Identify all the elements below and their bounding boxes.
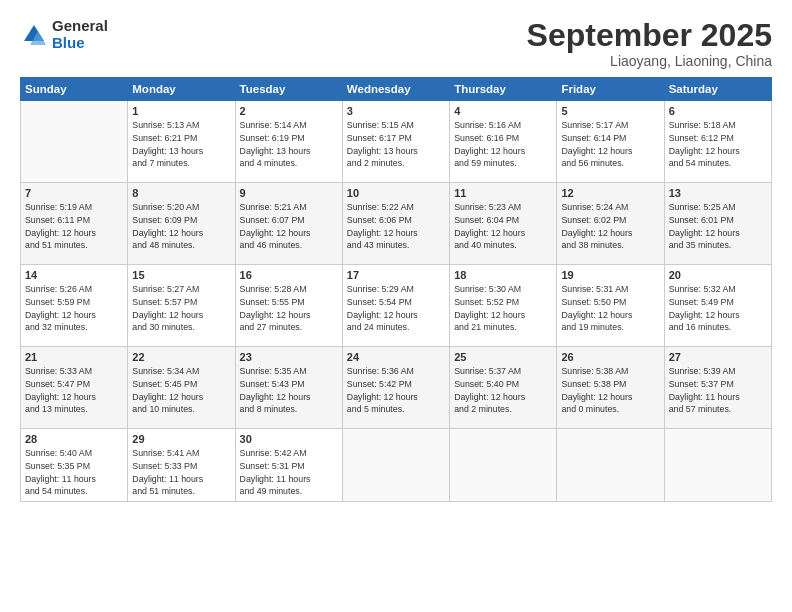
calendar-cell: 2Sunrise: 5:14 AMSunset: 6:19 PMDaylight… bbox=[235, 101, 342, 183]
calendar-cell: 29Sunrise: 5:41 AMSunset: 5:33 PMDayligh… bbox=[128, 429, 235, 502]
calendar-cell: 24Sunrise: 5:36 AMSunset: 5:42 PMDayligh… bbox=[342, 347, 449, 429]
day-info: Sunrise: 5:13 AMSunset: 6:21 PMDaylight:… bbox=[132, 119, 230, 170]
week-row-2: 14Sunrise: 5:26 AMSunset: 5:59 PMDayligh… bbox=[21, 265, 772, 347]
day-number: 10 bbox=[347, 187, 445, 199]
calendar-cell: 11Sunrise: 5:23 AMSunset: 6:04 PMDayligh… bbox=[450, 183, 557, 265]
day-header-sunday: Sunday bbox=[21, 78, 128, 101]
day-number: 19 bbox=[561, 269, 659, 281]
day-info: Sunrise: 5:26 AMSunset: 5:59 PMDaylight:… bbox=[25, 283, 123, 334]
day-info: Sunrise: 5:32 AMSunset: 5:49 PMDaylight:… bbox=[669, 283, 767, 334]
location-subtitle: Liaoyang, Liaoning, China bbox=[527, 53, 772, 69]
day-info: Sunrise: 5:18 AMSunset: 6:12 PMDaylight:… bbox=[669, 119, 767, 170]
header-row: SundayMondayTuesdayWednesdayThursdayFrid… bbox=[21, 78, 772, 101]
day-info: Sunrise: 5:28 AMSunset: 5:55 PMDaylight:… bbox=[240, 283, 338, 334]
calendar-cell bbox=[342, 429, 449, 502]
day-number: 28 bbox=[25, 433, 123, 445]
day-number: 16 bbox=[240, 269, 338, 281]
day-number: 17 bbox=[347, 269, 445, 281]
calendar-cell: 16Sunrise: 5:28 AMSunset: 5:55 PMDayligh… bbox=[235, 265, 342, 347]
day-info: Sunrise: 5:15 AMSunset: 6:17 PMDaylight:… bbox=[347, 119, 445, 170]
day-info: Sunrise: 5:39 AMSunset: 5:37 PMDaylight:… bbox=[669, 365, 767, 416]
page: General Blue September 2025 Liaoyang, Li… bbox=[0, 0, 792, 612]
day-info: Sunrise: 5:24 AMSunset: 6:02 PMDaylight:… bbox=[561, 201, 659, 252]
day-number: 30 bbox=[240, 433, 338, 445]
calendar-cell: 22Sunrise: 5:34 AMSunset: 5:45 PMDayligh… bbox=[128, 347, 235, 429]
day-header-thursday: Thursday bbox=[450, 78, 557, 101]
week-row-4: 28Sunrise: 5:40 AMSunset: 5:35 PMDayligh… bbox=[21, 429, 772, 502]
day-header-saturday: Saturday bbox=[664, 78, 771, 101]
day-header-wednesday: Wednesday bbox=[342, 78, 449, 101]
calendar-cell: 17Sunrise: 5:29 AMSunset: 5:54 PMDayligh… bbox=[342, 265, 449, 347]
day-info: Sunrise: 5:25 AMSunset: 6:01 PMDaylight:… bbox=[669, 201, 767, 252]
day-number: 23 bbox=[240, 351, 338, 363]
day-info: Sunrise: 5:30 AMSunset: 5:52 PMDaylight:… bbox=[454, 283, 552, 334]
day-number: 26 bbox=[561, 351, 659, 363]
calendar-cell: 6Sunrise: 5:18 AMSunset: 6:12 PMDaylight… bbox=[664, 101, 771, 183]
day-info: Sunrise: 5:20 AMSunset: 6:09 PMDaylight:… bbox=[132, 201, 230, 252]
day-info: Sunrise: 5:40 AMSunset: 5:35 PMDaylight:… bbox=[25, 447, 123, 498]
day-info: Sunrise: 5:31 AMSunset: 5:50 PMDaylight:… bbox=[561, 283, 659, 334]
day-number: 7 bbox=[25, 187, 123, 199]
header: General Blue September 2025 Liaoyang, Li… bbox=[20, 18, 772, 69]
day-info: Sunrise: 5:42 AMSunset: 5:31 PMDaylight:… bbox=[240, 447, 338, 498]
day-info: Sunrise: 5:38 AMSunset: 5:38 PMDaylight:… bbox=[561, 365, 659, 416]
calendar-cell: 1Sunrise: 5:13 AMSunset: 6:21 PMDaylight… bbox=[128, 101, 235, 183]
week-row-3: 21Sunrise: 5:33 AMSunset: 5:47 PMDayligh… bbox=[21, 347, 772, 429]
calendar-cell: 21Sunrise: 5:33 AMSunset: 5:47 PMDayligh… bbox=[21, 347, 128, 429]
day-info: Sunrise: 5:35 AMSunset: 5:43 PMDaylight:… bbox=[240, 365, 338, 416]
day-number: 25 bbox=[454, 351, 552, 363]
title-area: September 2025 Liaoyang, Liaoning, China bbox=[527, 18, 772, 69]
calendar-cell: 13Sunrise: 5:25 AMSunset: 6:01 PMDayligh… bbox=[664, 183, 771, 265]
calendar-cell: 3Sunrise: 5:15 AMSunset: 6:17 PMDaylight… bbox=[342, 101, 449, 183]
calendar-cell: 14Sunrise: 5:26 AMSunset: 5:59 PMDayligh… bbox=[21, 265, 128, 347]
calendar-cell: 18Sunrise: 5:30 AMSunset: 5:52 PMDayligh… bbox=[450, 265, 557, 347]
day-info: Sunrise: 5:14 AMSunset: 6:19 PMDaylight:… bbox=[240, 119, 338, 170]
calendar-cell: 15Sunrise: 5:27 AMSunset: 5:57 PMDayligh… bbox=[128, 265, 235, 347]
logo-general-text: General bbox=[52, 18, 108, 35]
day-info: Sunrise: 5:27 AMSunset: 5:57 PMDaylight:… bbox=[132, 283, 230, 334]
day-number: 13 bbox=[669, 187, 767, 199]
day-number: 15 bbox=[132, 269, 230, 281]
day-number: 21 bbox=[25, 351, 123, 363]
calendar-cell bbox=[450, 429, 557, 502]
day-info: Sunrise: 5:29 AMSunset: 5:54 PMDaylight:… bbox=[347, 283, 445, 334]
day-number: 27 bbox=[669, 351, 767, 363]
day-number: 5 bbox=[561, 105, 659, 117]
day-number: 14 bbox=[25, 269, 123, 281]
day-info: Sunrise: 5:41 AMSunset: 5:33 PMDaylight:… bbox=[132, 447, 230, 498]
calendar-cell: 30Sunrise: 5:42 AMSunset: 5:31 PMDayligh… bbox=[235, 429, 342, 502]
calendar-cell: 12Sunrise: 5:24 AMSunset: 6:02 PMDayligh… bbox=[557, 183, 664, 265]
calendar-cell: 5Sunrise: 5:17 AMSunset: 6:14 PMDaylight… bbox=[557, 101, 664, 183]
calendar-table: SundayMondayTuesdayWednesdayThursdayFrid… bbox=[20, 77, 772, 502]
day-info: Sunrise: 5:22 AMSunset: 6:06 PMDaylight:… bbox=[347, 201, 445, 252]
day-number: 22 bbox=[132, 351, 230, 363]
day-number: 8 bbox=[132, 187, 230, 199]
month-title: September 2025 bbox=[527, 18, 772, 53]
week-row-1: 7Sunrise: 5:19 AMSunset: 6:11 PMDaylight… bbox=[21, 183, 772, 265]
day-number: 6 bbox=[669, 105, 767, 117]
day-info: Sunrise: 5:37 AMSunset: 5:40 PMDaylight:… bbox=[454, 365, 552, 416]
logo: General Blue bbox=[20, 18, 108, 51]
day-number: 1 bbox=[132, 105, 230, 117]
day-number: 29 bbox=[132, 433, 230, 445]
day-number: 2 bbox=[240, 105, 338, 117]
logo-icon bbox=[20, 21, 48, 49]
calendar-cell: 27Sunrise: 5:39 AMSunset: 5:37 PMDayligh… bbox=[664, 347, 771, 429]
calendar-cell: 9Sunrise: 5:21 AMSunset: 6:07 PMDaylight… bbox=[235, 183, 342, 265]
calendar-cell bbox=[557, 429, 664, 502]
day-number: 4 bbox=[454, 105, 552, 117]
calendar-cell bbox=[664, 429, 771, 502]
day-info: Sunrise: 5:23 AMSunset: 6:04 PMDaylight:… bbox=[454, 201, 552, 252]
day-number: 3 bbox=[347, 105, 445, 117]
day-header-friday: Friday bbox=[557, 78, 664, 101]
day-info: Sunrise: 5:16 AMSunset: 6:16 PMDaylight:… bbox=[454, 119, 552, 170]
calendar-cell: 26Sunrise: 5:38 AMSunset: 5:38 PMDayligh… bbox=[557, 347, 664, 429]
day-number: 18 bbox=[454, 269, 552, 281]
calendar-cell: 25Sunrise: 5:37 AMSunset: 5:40 PMDayligh… bbox=[450, 347, 557, 429]
week-row-0: 1Sunrise: 5:13 AMSunset: 6:21 PMDaylight… bbox=[21, 101, 772, 183]
calendar-cell: 20Sunrise: 5:32 AMSunset: 5:49 PMDayligh… bbox=[664, 265, 771, 347]
calendar-cell: 4Sunrise: 5:16 AMSunset: 6:16 PMDaylight… bbox=[450, 101, 557, 183]
day-number: 20 bbox=[669, 269, 767, 281]
day-info: Sunrise: 5:34 AMSunset: 5:45 PMDaylight:… bbox=[132, 365, 230, 416]
day-info: Sunrise: 5:36 AMSunset: 5:42 PMDaylight:… bbox=[347, 365, 445, 416]
